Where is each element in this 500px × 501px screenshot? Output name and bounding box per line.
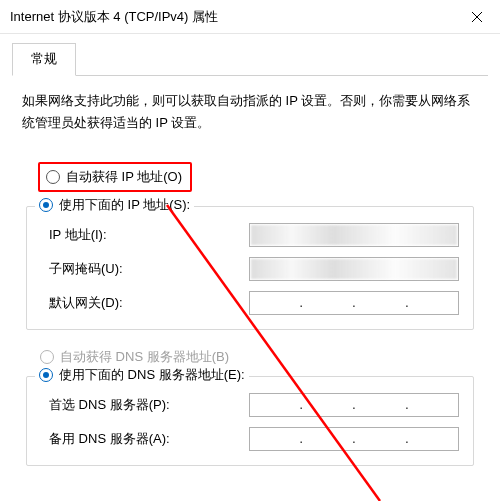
close-icon <box>472 12 482 22</box>
ip-dot: . <box>352 296 355 310</box>
label-alternate-dns: 备用 DNS 服务器(A): <box>49 430 189 448</box>
radio-auto-dns <box>40 350 54 364</box>
ip-dot: . <box>405 432 408 446</box>
tab-strip: 常规 <box>12 42 488 76</box>
titlebar: Internet 协议版本 4 (TCP/IPv4) 属性 <box>0 0 500 34</box>
radio-manual-dns[interactable] <box>39 368 53 382</box>
option-manual-dns-row: 使用下面的 DNS 服务器地址(E): <box>35 366 249 384</box>
window-title: Internet 协议版本 4 (TCP/IPv4) 属性 <box>10 8 218 26</box>
radio-auto-ip-label: 自动获得 IP 地址(O) <box>66 168 182 186</box>
dns-fields-group: 使用下面的 DNS 服务器地址(E): 首选 DNS 服务器(P): . . .… <box>26 376 474 466</box>
radio-manual-ip-label: 使用下面的 IP 地址(S): <box>59 196 190 214</box>
field-ip-address: IP 地址(I): <box>49 223 459 247</box>
input-subnet-mask[interactable] <box>249 257 459 281</box>
dialog-window: Internet 协议版本 4 (TCP/IPv4) 属性 常规 如果网络支持此… <box>0 0 500 501</box>
ip-dot: . <box>299 398 302 412</box>
input-default-gateway[interactable]: . . . <box>249 291 459 315</box>
label-subnet-mask: 子网掩码(U): <box>49 260 189 278</box>
ip-dot: . <box>299 432 302 446</box>
label-ip-address: IP 地址(I): <box>49 226 189 244</box>
ip-dot: . <box>299 296 302 310</box>
label-default-gateway: 默认网关(D): <box>49 294 189 312</box>
dialog-content: 常规 如果网络支持此功能，则可以获取自动指派的 IP 设置。否则，你需要从网络系… <box>0 34 500 466</box>
option-auto-ip-row: 自动获得 IP 地址(O) <box>38 162 488 192</box>
field-default-gateway: 默认网关(D): . . . <box>49 291 459 315</box>
input-alternate-dns[interactable]: . . . <box>249 427 459 451</box>
ip-dot: . <box>352 432 355 446</box>
option-auto-dns-row: 自动获得 DNS 服务器地址(B) <box>40 348 488 366</box>
ip-dot: . <box>405 296 408 310</box>
label-preferred-dns: 首选 DNS 服务器(P): <box>49 396 189 414</box>
field-subnet-mask: 子网掩码(U): <box>49 257 459 281</box>
option-manual-ip-row: 使用下面的 IP 地址(S): <box>35 196 194 214</box>
description-text: 如果网络支持此功能，则可以获取自动指派的 IP 设置。否则，你需要从网络系统管理… <box>22 90 478 134</box>
input-ip-address[interactable] <box>249 223 459 247</box>
ip-dot: . <box>405 398 408 412</box>
radio-manual-ip[interactable] <box>39 198 53 212</box>
radio-auto-dns-label: 自动获得 DNS 服务器地址(B) <box>60 348 229 366</box>
field-preferred-dns: 首选 DNS 服务器(P): . . . <box>49 393 459 417</box>
ip-fields-group: 使用下面的 IP 地址(S): IP 地址(I): 子网掩码(U): 默认网关(… <box>26 206 474 330</box>
radio-manual-dns-label: 使用下面的 DNS 服务器地址(E): <box>59 366 245 384</box>
radio-auto-ip[interactable] <box>46 170 60 184</box>
tab-general[interactable]: 常规 <box>12 43 76 76</box>
input-preferred-dns[interactable]: . . . <box>249 393 459 417</box>
close-button[interactable] <box>454 0 500 34</box>
ip-dot: . <box>352 398 355 412</box>
field-alternate-dns: 备用 DNS 服务器(A): . . . <box>49 427 459 451</box>
highlight-annotation: 自动获得 IP 地址(O) <box>38 162 192 192</box>
